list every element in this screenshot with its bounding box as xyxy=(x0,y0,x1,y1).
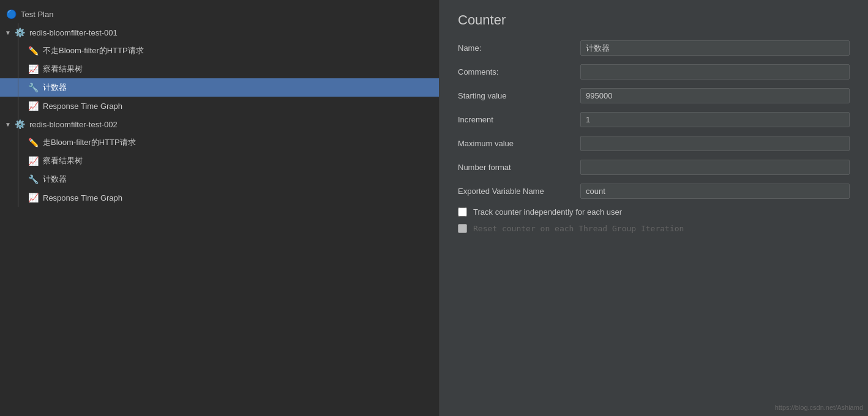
pencil-icon-g1c1: ✏️ xyxy=(27,45,39,57)
name-row: Name: xyxy=(458,40,850,56)
number-format-input[interactable] xyxy=(580,160,850,175)
chart-icon-g1c4: 📈 xyxy=(27,100,39,112)
chart-icon-g1c2: 📈 xyxy=(27,63,39,75)
comments-label: Comments: xyxy=(458,67,580,76)
track-checkbox-row: Track counter independently for each use… xyxy=(458,207,850,217)
exported-var-label: Exported Variable Name xyxy=(458,187,580,196)
g2-c3-label: 计数器 xyxy=(43,174,67,185)
vline-group2 xyxy=(18,115,18,207)
group1-container: ▼ ⚙️ redis-bloomfilter-test-001 ✏️ 不走Blo… xyxy=(0,23,439,115)
pencil-icon-g2c1: ✏️ xyxy=(27,136,39,149)
maximum-value-row: Maximum value xyxy=(458,136,850,151)
maximum-value-input[interactable] xyxy=(580,136,850,151)
number-format-row: Number format xyxy=(458,160,850,175)
tree-item-g2-c2[interactable]: 📈 察看结果树 xyxy=(0,152,439,170)
increment-label: Increment xyxy=(458,115,580,124)
tree-item-testplan[interactable]: 🔵 Test Plan xyxy=(0,5,439,23)
arrow-group2: ▼ xyxy=(5,121,13,128)
maximum-value-label: Maximum value xyxy=(458,139,580,148)
chart-icon-g2c4: 📈 xyxy=(27,191,39,204)
tree-item-group2[interactable]: ▼ ⚙️ redis-bloomfilter-test-002 xyxy=(0,115,439,133)
reset-checkbox-label: Reset counter on each Thread Group Itera… xyxy=(473,224,684,233)
g1-c3-label: 计数器 xyxy=(43,82,67,93)
tree-item-g1-c4[interactable]: 📈 Response Time Graph xyxy=(0,97,439,115)
starting-value-row: Starting value xyxy=(458,88,850,103)
comments-input[interactable] xyxy=(580,64,850,80)
arrow-group1: ▼ xyxy=(5,29,13,36)
starting-value-input[interactable] xyxy=(580,88,850,103)
wrench-icon-g1c3: 🔧 xyxy=(27,81,39,94)
tree-item-g1-c2[interactable]: 📈 察看结果树 xyxy=(0,60,439,78)
g2-c2-label: 察看结果树 xyxy=(43,155,83,166)
testplan-icon: 🔵 xyxy=(5,8,17,20)
track-checkbox[interactable] xyxy=(458,207,467,217)
panel-title: Counter xyxy=(458,12,850,28)
right-panel: Counter Name: Comments: Starting value I… xyxy=(440,0,868,416)
left-panel: 🔵 Test Plan ▼ ⚙️ redis-bloomfilter-test-… xyxy=(0,0,440,416)
gear-icon-group1: ⚙️ xyxy=(13,26,26,39)
track-checkbox-label[interactable]: Track counter independently for each use… xyxy=(473,207,622,217)
exported-var-row: Exported Variable Name xyxy=(458,184,850,199)
group2-container: ▼ ⚙️ redis-bloomfilter-test-002 ✏️ 走Bloo… xyxy=(0,115,439,207)
exported-var-input[interactable] xyxy=(580,184,850,199)
tree-item-g2-c1[interactable]: ✏️ 走Bloom-filter的HTTP请求 xyxy=(0,133,439,152)
tree-item-g2-c4[interactable]: 📈 Response Time Graph xyxy=(0,188,439,207)
reset-checkbox[interactable] xyxy=(458,224,467,233)
tree-item-group1[interactable]: ▼ ⚙️ redis-bloomfilter-test-001 xyxy=(0,23,439,42)
g2-c4-label: Response Time Graph xyxy=(43,193,122,202)
tree-root: 🔵 Test Plan ▼ ⚙️ redis-bloomfilter-test-… xyxy=(0,0,439,212)
group2-label: redis-bloomfilter-test-002 xyxy=(29,120,118,129)
g1-c2-label: 察看结果树 xyxy=(43,64,83,75)
vline-group1 xyxy=(18,23,18,115)
tree-item-g1-c1[interactable]: ✏️ 不走Bloom-filter的HTTP请求 xyxy=(0,42,439,60)
g2-c1-label: 走Bloom-filter的HTTP请求 xyxy=(43,137,136,148)
tree-item-g2-c3[interactable]: 🔧 计数器 xyxy=(0,170,439,188)
watermark: https://blog.csdn.net/Ashiamd xyxy=(775,404,863,411)
name-label: Name: xyxy=(458,43,580,53)
testplan-label: Test Plan xyxy=(21,10,53,19)
wrench-icon-g2c3: 🔧 xyxy=(27,173,39,185)
increment-row: Increment xyxy=(458,112,850,127)
gear-icon-group2: ⚙️ xyxy=(13,118,26,130)
g1-c4-label: Response Time Graph xyxy=(43,102,122,111)
comments-row: Comments: xyxy=(458,64,850,80)
reset-checkbox-row: Reset counter on each Thread Group Itera… xyxy=(458,224,850,233)
name-input[interactable] xyxy=(580,40,850,56)
tree-item-g1-c3[interactable]: 🔧 计数器 xyxy=(0,78,439,97)
starting-value-label: Starting value xyxy=(458,91,580,100)
group1-label: redis-bloomfilter-test-001 xyxy=(29,28,118,37)
chart-icon-g2c2: 📈 xyxy=(27,155,39,167)
increment-input[interactable] xyxy=(580,112,850,127)
g1-c1-label: 不走Bloom-filter的HTTP请求 xyxy=(43,45,144,56)
number-format-label: Number format xyxy=(458,163,580,172)
